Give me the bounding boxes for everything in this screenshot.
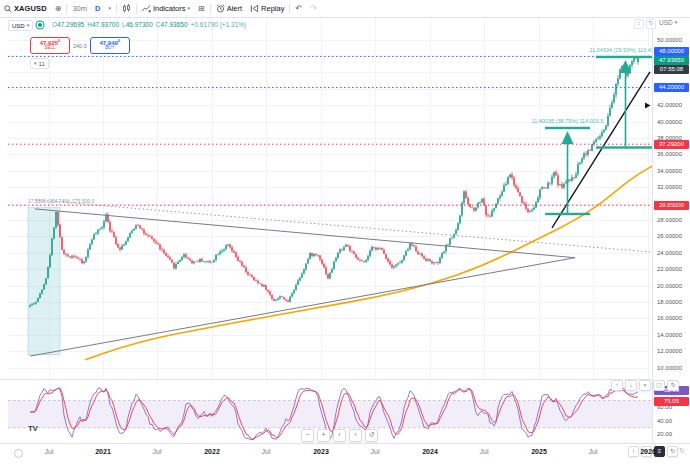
alarm-clock-icon: [216, 4, 225, 13]
candlestick-chart[interactable]: 17.9500 (154.74%) 179,500.011.40035 (38.…: [0, 0, 690, 466]
scale-expand-button[interactable]: ↕: [634, 19, 644, 29]
price-tick-label: 34.00000: [657, 168, 682, 174]
range-tool-label: 11.40035 (38.79%) 114,003.5: [532, 118, 604, 124]
price-tick-label: 26.00000: [657, 233, 682, 239]
top-toolbar: XAGUSD ⊕ 30m D ▾ Indicators ▾ ⊞: [0, 0, 690, 18]
change-value: +0.61790 (+1.31%): [191, 21, 247, 28]
time-axis-label: 2024: [422, 448, 438, 455]
range-tool-label: 11.04334 (29.93%) 110,433.4: [590, 47, 662, 53]
price-tick-label: 22.00000: [657, 266, 682, 272]
rsi-pane-up-button[interactable]: ↑: [611, 380, 623, 391]
axis-refresh-button[interactable]: ↻: [667, 446, 678, 457]
price-label: 07:55:08: [654, 65, 689, 74]
chevron-down-icon: ▾: [187, 6, 190, 11]
price-tick-label: 18.00000: [657, 299, 682, 305]
price-tick-label: 42.00000: [657, 102, 682, 108]
session-clock-icon[interactable]: [14, 449, 23, 458]
price-label[interactable]: 44.20000: [654, 83, 689, 92]
nav-minus-button[interactable]: −: [301, 429, 314, 442]
axis-up-button[interactable]: ↑: [628, 446, 639, 457]
price-label[interactable]: 48.00000: [654, 47, 689, 56]
scale-header-controls: ↕↻: [634, 19, 656, 29]
price-tick-label: 40.00000: [657, 119, 682, 125]
toolbar-separator: [210, 4, 211, 14]
time-axis-label: 2023: [313, 448, 329, 455]
price-scale[interactable]: USD ▾ 50.0000046.0000042.0000040.0000038…: [652, 17, 690, 466]
price-tick-label: 24.00000: [657, 250, 682, 256]
rsi-tick-label: 20.00: [657, 431, 672, 437]
replay-icon: [250, 4, 259, 13]
ohlc-values: O47.29695H47.93700L46.97300C47.93650+0.6…: [49, 21, 246, 28]
price-range-tools[interactable]: 11.40035 (38.79%) 114,003.511.04334 (29.…: [532, 47, 662, 215]
time-axis-label: Jul: [153, 448, 162, 455]
time-axis-label: Jul: [45, 448, 54, 455]
nav-left-button[interactable]: ‹: [333, 429, 346, 442]
time-axis-label: 2026: [640, 448, 656, 455]
grid: [8, 17, 652, 379]
indicators-button[interactable]: Indicators ▾: [138, 1, 194, 16]
rsi-value-label: 75.05: [654, 397, 689, 406]
tradingview-logo: TV: [28, 424, 37, 433]
symbol-search-button[interactable]: XAGUSD: [0, 1, 51, 16]
tradingview-chart-window: { "toolbar":{"symbol":"XAGUSD","interval…: [0, 0, 690, 466]
price-tick-label: 20.00000: [657, 283, 682, 289]
nav-zoomin-button[interactable]: +: [317, 429, 330, 442]
search-icon: [4, 5, 12, 13]
undo-button[interactable]: ↶: [291, 1, 306, 16]
indicators-icon: [142, 4, 151, 13]
price-label[interactable]: 37.29200: [654, 140, 689, 149]
rsi-band: [8, 400, 652, 427]
alert-button[interactable]: Alert: [212, 1, 246, 16]
time-axis-label: Jul: [589, 448, 598, 455]
interval-menu-button[interactable]: ▾: [104, 1, 115, 16]
buy-button[interactable]: 47.9490 BUY: [90, 37, 130, 54]
rsi-pane-refresh-button[interactable]: ↻: [667, 380, 679, 391]
rsi-pane-controls: ↑↓×▢↻: [611, 380, 679, 391]
time-axis[interactable]: ↑×≡↻ ↻ Jul2021Jul2022Jul2023Jul2024Jul20…: [0, 443, 690, 466]
chevron-down-icon: ▾: [34, 61, 37, 66]
price-tick-label: 16.00000: [657, 315, 682, 321]
plus-circle-icon: ⊕: [55, 5, 62, 13]
price-tick-label: 36.00000: [657, 151, 682, 157]
scale-refresh-button[interactable]: ↻: [646, 19, 656, 29]
price-tick-label: 12.00000: [657, 348, 682, 354]
chart-type-button[interactable]: [118, 1, 135, 16]
interval-30m-button[interactable]: 30m: [68, 1, 91, 16]
rsi-pane-close-button[interactable]: ×: [639, 380, 651, 391]
time-axis-label: 2021: [95, 448, 111, 455]
highlight-zone[interactable]: 17.9500 (154.74%) 179,500.0: [28, 198, 94, 355]
collapsed-indicators-button[interactable]: ▾ 11: [30, 58, 49, 69]
redo-icon: ↷: [310, 5, 317, 13]
candlestick-icon: [122, 4, 131, 13]
time-axis-label: 2025: [531, 448, 547, 455]
price-tick-label: 28.00000: [657, 217, 682, 223]
zone-label: 17.9500 (154.74%) 179,500.0: [28, 198, 94, 204]
layout-grid-button[interactable]: ⊞: [194, 1, 209, 16]
undo-icon: ↶: [295, 5, 302, 13]
price-tick-label: 14.00000: [657, 332, 682, 338]
time-axis-label: Jul: [371, 448, 380, 455]
symbol-name: XAGUSD: [14, 4, 47, 13]
timezone-icon[interactable]: ↻: [679, 447, 685, 455]
sell-button[interactable]: 47.9250 SELL: [30, 37, 70, 54]
interval-daily-button[interactable]: D: [91, 1, 104, 16]
toolbar-separator: [66, 4, 67, 14]
rsi-pane-down-button[interactable]: ↓: [625, 380, 637, 391]
price-label[interactable]: 29.85000: [654, 201, 689, 210]
price-scale-currency[interactable]: USD ▾: [659, 19, 677, 26]
price-tick-label: 50.00000: [657, 37, 682, 43]
chart-nav-controls: −+‹›↺: [301, 429, 378, 442]
replay-button[interactable]: Replay: [246, 1, 288, 16]
rsi-tick-label: 40.00: [657, 418, 672, 424]
time-axis-label: 2022: [204, 448, 220, 455]
rsi-pane-box-button[interactable]: ▢: [653, 380, 665, 391]
horizontal-line-drawings[interactable]: [8, 56, 652, 205]
nav-reset-button[interactable]: ↺: [365, 429, 378, 442]
redo-button[interactable]: ↷: [306, 1, 321, 16]
time-axis-label: Jul: [480, 448, 489, 455]
chevron-down-icon: ▾: [108, 6, 111, 11]
compare-add-button[interactable]: ⊕: [51, 1, 66, 16]
series-marker-icon[interactable]: [38, 23, 42, 27]
nav-right-button[interactable]: ›: [349, 429, 362, 442]
currency-selector[interactable]: USD ▾: [8, 20, 33, 31]
